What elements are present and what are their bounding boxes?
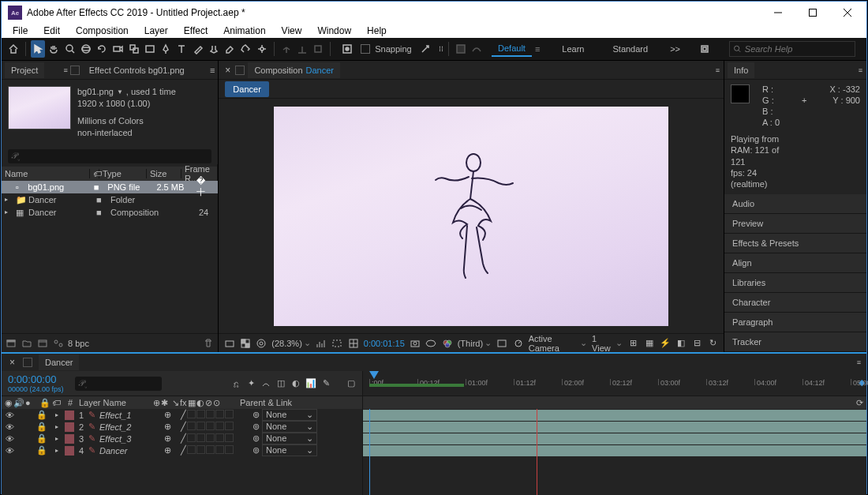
adjust-icon[interactable] [52, 337, 65, 350]
channel-icon[interactable] [441, 337, 452, 350]
draft3d-icon[interactable]: ✦ [245, 377, 257, 390]
show-snapshot-icon[interactable] [425, 337, 436, 350]
timecode[interactable]: 0:00:00:00 [8, 373, 56, 385]
quality-dropdown[interactable]: (Third) ⌄ [458, 338, 492, 348]
reset-exposure-icon[interactable]: ↻ [708, 337, 719, 350]
panel-menu-icon[interactable]: ≡ [64, 66, 69, 74]
menu-view[interactable]: View [275, 24, 309, 38]
menu-animation[interactable]: Animation [217, 24, 271, 38]
folder-icon[interactable] [21, 337, 33, 350]
exposure-icon[interactable] [496, 337, 507, 350]
layer-row[interactable]: 👁🔒▸1✎Effect_1⊕╱⊚None⌄ [2, 409, 866, 421]
menu-help[interactable]: Help [361, 24, 393, 38]
menu-file[interactable]: File [6, 24, 34, 38]
tab-effect-controls[interactable]: Effect Controls bg01.png [83, 62, 191, 78]
maximize-button[interactable] [795, 2, 830, 24]
zoom-tool[interactable] [63, 40, 77, 58]
comp-icon[interactable] [36, 337, 49, 350]
panel-effects-presets[interactable]: Effects & Presets [724, 234, 866, 253]
menu-layer[interactable]: Layer [138, 24, 174, 38]
search-input[interactable] [729, 41, 855, 57]
snapping-toggle[interactable]: Snapping ⁞⁞ [339, 40, 443, 58]
layer-row[interactable]: 👁🔒▸2✎Effect_2⊕╱⊚None⌄ [2, 421, 866, 433]
workspace-default[interactable]: Default [492, 41, 532, 57]
flowchart-icon[interactable]: ⊟ [692, 337, 703, 350]
panel-audio[interactable]: Audio [724, 194, 866, 214]
always-preview-icon[interactable] [223, 337, 234, 350]
motion-blur-icon[interactable]: ◐ [290, 377, 302, 390]
workspace-standard[interactable]: Standard [606, 42, 654, 56]
local-axis-icon[interactable] [279, 40, 294, 58]
panel-libraries[interactable]: Libraries [724, 273, 866, 293]
pixel-aspect-icon[interactable]: ▦ [644, 337, 655, 350]
fast-preview-icon[interactable]: ⚡ [660, 337, 671, 350]
share-view-icon[interactable]: ⊞ [627, 337, 638, 350]
timeline-icon[interactable]: ◧ [675, 337, 687, 350]
timeline-search[interactable]: 𝒫˯ [75, 377, 162, 391]
close-icon[interactable]: × [6, 357, 18, 368]
close-button[interactable] [830, 2, 865, 24]
zoom-dropdown[interactable]: (28.3%) ⌄ [271, 338, 311, 348]
layer-row[interactable]: 👁🔒▸4✎Dancer⊕╱⊚None⌄ [2, 444, 866, 456]
roto-tool[interactable] [238, 40, 253, 58]
bpc-label[interactable]: 8 bpc [68, 339, 89, 348]
layer-row[interactable]: 👁🔒▸3✎Effect_3⊕╱⊚None⌄ [2, 433, 866, 444]
comp-breadcrumb[interactable]: Dancer [225, 81, 268, 97]
orbit-tool[interactable] [79, 40, 93, 58]
text-tool[interactable] [174, 40, 189, 58]
panel-align[interactable]: Align [724, 253, 866, 273]
marker-icon[interactable]: ▢ [345, 377, 357, 390]
panel-tracker[interactable]: Tracker [724, 332, 866, 352]
eraser-tool[interactable] [223, 40, 237, 58]
frame-blend-icon[interactable]: ◫ [275, 377, 287, 390]
timeline-tab[interactable]: Dancer [39, 354, 79, 370]
panel-character[interactable]: Character [724, 293, 866, 313]
graph-editor-icon[interactable]: 📊 [305, 377, 317, 390]
world-axis-icon[interactable] [295, 40, 309, 58]
pan-behind-tool[interactable] [127, 40, 141, 58]
search-field[interactable] [745, 44, 851, 54]
rect-tool[interactable] [143, 40, 157, 58]
transparency-icon[interactable] [240, 337, 251, 350]
roi-icon[interactable] [331, 337, 342, 350]
camera-dropdown[interactable]: Active Camera ⌄ [529, 334, 587, 353]
workspace-more[interactable]: >> [670, 44, 680, 54]
grid-icon[interactable] [347, 337, 358, 350]
close-icon[interactable]: × [222, 65, 234, 76]
selection-tool[interactable] [31, 40, 45, 58]
tab-project[interactable]: Project [5, 62, 44, 78]
clone-tool[interactable] [207, 40, 221, 58]
trash-icon[interactable] [202, 337, 215, 350]
workspace-learn[interactable]: Learn [556, 42, 590, 56]
pen-tool[interactable] [159, 40, 173, 58]
mask-icon[interactable] [256, 337, 267, 350]
project-row[interactable]: ▸▦Dancer■Composition24 [2, 206, 218, 219]
fill-icon[interactable] [454, 40, 468, 58]
composition-viewer[interactable] [219, 99, 724, 333]
brush-tool[interactable] [191, 40, 205, 58]
tab-info[interactable]: Info [728, 62, 754, 78]
panel-menu-icon[interactable]: ≡ [859, 66, 863, 74]
tab-composition[interactable]: Composition Dancer [248, 62, 340, 78]
project-list[interactable]: ▫bg01.png■PNG file2.5 MB�十▸📁Dancer■Folde… [2, 181, 218, 334]
puppet-tool[interactable] [255, 40, 269, 58]
timecode-display[interactable]: 0:00:01:15 [364, 339, 405, 348]
snapshot-icon[interactable] [410, 337, 421, 350]
rotate-tool[interactable] [95, 40, 109, 58]
project-search[interactable]: 𝒫˯ [8, 149, 211, 163]
panel-paragraph[interactable]: Paragraph [724, 313, 866, 332]
view-axis-icon[interactable] [311, 40, 325, 58]
stroke-icon[interactable] [470, 40, 484, 58]
project-row[interactable]: ▸📁Dancer■Folder [2, 193, 218, 206]
panel-lock-icon[interactable] [235, 66, 245, 75]
project-row[interactable]: ▫bg01.png■PNG file2.5 MB�十 [2, 181, 218, 193]
menu-composition[interactable]: Composition [69, 24, 135, 38]
hand-tool[interactable] [47, 40, 61, 58]
panel-preview[interactable]: Preview [724, 214, 866, 234]
menu-window[interactable]: Window [311, 24, 357, 38]
brainstorm-icon[interactable]: ✎ [320, 377, 332, 390]
sync-icon[interactable] [696, 40, 713, 58]
menu-edit[interactable]: Edit [37, 24, 66, 38]
interpret-icon[interactable] [5, 337, 17, 350]
resolution-icon[interactable] [316, 337, 327, 350]
